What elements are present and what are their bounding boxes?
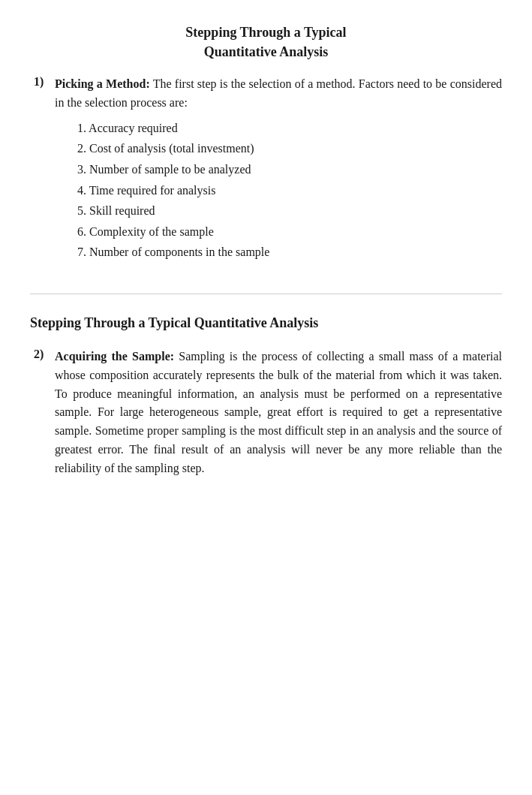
section-1: Stepping Through a Typical Quantitative … <box>30 23 502 294</box>
item-1-number: 1) <box>34 75 50 89</box>
list-item-1: 1) Picking a Method: The first step is t… <box>30 75 502 263</box>
section-2-title: Stepping Through a Typical Quantitative … <box>30 313 502 333</box>
list-item: 6. Complexity of the sample <box>77 222 502 242</box>
item-1-bold-label: Picking a Method: <box>55 77 150 90</box>
list-item-2: 2) Acquiring the Sample: Sampling is the… <box>30 348 502 478</box>
list-item: 1. Accuracy required <box>77 119 502 138</box>
list-item: 3. Number of sample to be analyzed <box>77 160 502 179</box>
main-list-section1: 1) Picking a Method: The first step is t… <box>30 75 502 263</box>
title-line2: Quantitative Analysis <box>30 42 502 62</box>
sub-list-1: 1. Accuracy required 2. Cost of analysis… <box>77 119 502 262</box>
item-2-bold-label: Acquiring the Sample: <box>55 350 174 363</box>
section-2: Stepping Through a Typical Quantitative … <box>30 294 502 478</box>
list-item: 4. Time required for analysis <box>77 181 502 200</box>
item-1-content: Picking a Method: The first step is the … <box>55 75 502 263</box>
page: Stepping Through a Typical Quantitative … <box>0 0 532 795</box>
item-2-text: Sampling is the process of collecting a … <box>55 350 502 474</box>
list-item: 5. Skill required <box>77 201 502 221</box>
list-item: 7. Number of components in the sample <box>77 242 502 262</box>
main-list-section2: 2) Acquiring the Sample: Sampling is the… <box>30 348 502 478</box>
item-2-number: 2) <box>34 348 50 361</box>
title-line1: Stepping Through a Typical <box>30 23 502 42</box>
section-1-title: Stepping Through a Typical Quantitative … <box>30 23 502 62</box>
list-item: 2. Cost of analysis (total investment) <box>77 139 502 158</box>
item-2-content: Acquiring the Sample: Sampling is the pr… <box>55 348 502 478</box>
